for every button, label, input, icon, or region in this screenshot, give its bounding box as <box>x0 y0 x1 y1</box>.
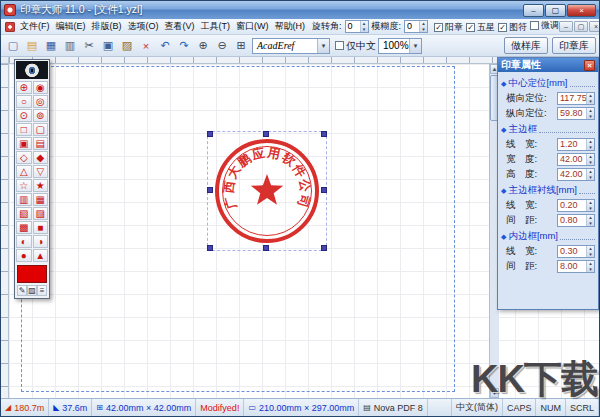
properties-panel-titlebar[interactable]: 印章属性 × <box>498 58 598 72</box>
delete-icon[interactable]: × <box>137 37 155 55</box>
selection-handle-middle-right[interactable] <box>321 187 327 193</box>
double-circle-tool[interactable]: ◎ <box>33 95 49 108</box>
menu-item[interactable]: 查看(V) <box>162 19 198 34</box>
menu-item[interactable]: 编辑(E) <box>53 19 89 34</box>
checkbox-box[interactable]: ✓ <box>434 23 443 32</box>
new-file-icon[interactable]: ▢ <box>4 37 22 55</box>
blur-input[interactable]: 0 ▴ ▾ <box>404 20 428 33</box>
spinner-down-button[interactable]: ▾ <box>587 252 594 258</box>
current-color-swatch[interactable] <box>17 265 47 283</box>
menu-item[interactable]: 工具(T) <box>198 19 234 34</box>
maximize-button[interactable]: ▢ <box>545 4 566 17</box>
mdi-restore-button[interactable]: ▢ <box>574 21 588 32</box>
inverted-triangle-tool[interactable]: ▽ <box>33 165 49 178</box>
value-spinner[interactable]: ▴▾ <box>586 200 594 211</box>
hlines-tool[interactable]: ▥ <box>16 193 32 206</box>
menu-item[interactable]: 选项(O) <box>125 19 162 34</box>
chevron-down-icon[interactable]: ▾ <box>409 39 421 53</box>
back-hatch-tool[interactable]: ▨ <box>33 207 49 220</box>
title-bar[interactable]: 印章大师 11.0 - [文件1.yzl] – ▢ × <box>1 1 599 19</box>
checkbox-box[interactable] <box>335 41 344 50</box>
option-checkbox[interactable]: ✓阳章 <box>434 21 463 34</box>
minimize-button[interactable]: – <box>523 4 544 17</box>
property-value-field[interactable]: 0.80▴▾ <box>557 214 595 227</box>
hatch-tool[interactable]: ▧ <box>16 207 32 220</box>
lined-square-tool[interactable]: ▤ <box>33 137 49 150</box>
spinner-down-button[interactable]: ▾ <box>420 27 427 33</box>
selection-handle-bottom-left[interactable] <box>207 245 213 251</box>
property-value-field[interactable]: 0.30▴▾ <box>557 245 595 258</box>
paste-icon[interactable]: ▨ <box>118 37 136 55</box>
selection-handle-bottom-right[interactable] <box>321 245 327 251</box>
selection-handle-middle-left[interactable] <box>207 187 213 193</box>
ring-tool[interactable]: ⊚ <box>33 109 49 122</box>
save-icon[interactable]: ▦ <box>42 37 60 55</box>
property-value-field[interactable]: 59.80▴▾ <box>557 107 595 120</box>
value-spinner[interactable]: ▴▾ <box>586 139 594 150</box>
diamond-tool[interactable]: ◇ <box>16 151 32 164</box>
spinner-down-button[interactable]: ▾ <box>361 27 368 33</box>
property-value-field[interactable]: 0.20▴▾ <box>557 199 595 212</box>
grid-fill-tool[interactable]: ▦ <box>33 193 49 206</box>
font-selector[interactable]: AcadEref ▾ <box>252 38 330 54</box>
close-button[interactable]: × <box>567 4 596 17</box>
selection-handle-top-left[interactable] <box>207 131 213 137</box>
spinner-down-button[interactable]: ▾ <box>587 160 594 166</box>
spinner-down-button[interactable]: ▾ <box>587 99 594 105</box>
sample-library-button[interactable]: 做样库 <box>504 37 548 54</box>
option-checkbox[interactable]: ✓五星 <box>466 21 495 34</box>
fill-pattern-icon[interactable]: ▨ <box>27 285 37 296</box>
round-seal-tool[interactable]: ◉ <box>33 81 49 94</box>
triangle-tool[interactable]: △ <box>16 165 32 178</box>
open-folder-icon[interactable]: ▤ <box>23 37 41 55</box>
value-spinner[interactable]: ▴▾ <box>586 108 594 119</box>
mdi-close-button[interactable]: × <box>589 21 599 32</box>
spinner-down-button[interactable]: ▾ <box>587 221 594 227</box>
spinner-down-button[interactable]: ▾ <box>587 114 594 120</box>
property-value-field[interactable]: 42.00▴▾ <box>557 168 595 181</box>
menu-item[interactable]: 窗口(W) <box>233 19 272 34</box>
selection-handle-bottom-center[interactable] <box>263 245 269 251</box>
star-tool[interactable]: ★ <box>33 179 49 192</box>
mdi-minimize-button[interactable]: – <box>559 21 573 32</box>
checkbox-box[interactable] <box>530 21 539 30</box>
solid-diamond-tool[interactable]: ◆ <box>33 151 49 164</box>
crosshatch-tool[interactable]: ▩ <box>16 221 32 234</box>
close-icon[interactable]: × <box>584 60 595 71</box>
option-checkbox[interactable]: 微调 <box>530 19 559 32</box>
property-value-field[interactable]: 8.00▴▾ <box>557 260 595 273</box>
cut-icon[interactable]: ✂ <box>80 37 98 55</box>
spinner-down-button[interactable]: ▾ <box>587 206 594 212</box>
options-icon[interactable]: ≡ <box>37 285 47 296</box>
redo-icon[interactable]: ↷ <box>175 37 193 55</box>
seal-library-button[interactable]: 印章库 <box>552 37 596 54</box>
menu-item[interactable]: 帮助(H) <box>272 19 309 34</box>
chevron-down-icon[interactable]: ▾ <box>317 39 329 53</box>
checkbox-box[interactable]: ✓ <box>498 23 507 32</box>
menu-item[interactable]: 文件(F) <box>17 19 53 34</box>
value-spinner[interactable]: ▴▾ <box>586 215 594 226</box>
crosshair-tool[interactable]: ⊕ <box>16 81 32 94</box>
half-circle-right-tool[interactable]: ◑ <box>33 235 49 248</box>
blur-spinner[interactable]: ▴ ▾ <box>419 21 427 32</box>
square-tool[interactable]: □ <box>16 123 32 136</box>
property-value-field[interactable]: 1.20▴▾ <box>557 138 595 151</box>
circle-tool[interactable]: ○ <box>16 95 32 108</box>
checkbox-box[interactable]: ✓ <box>466 23 475 32</box>
value-spinner[interactable]: ▴▾ <box>586 169 594 180</box>
selection-handle-top-center[interactable] <box>263 131 269 137</box>
menu-item[interactable]: 排版(B) <box>89 19 125 34</box>
zoom-in-icon[interactable]: ⊕ <box>194 37 212 55</box>
value-spinner[interactable]: ▴▾ <box>586 154 594 165</box>
rotate-angle-input[interactable]: 0 ▴ ▾ <box>345 20 369 33</box>
property-value-field[interactable]: 42.00▴▾ <box>557 153 595 166</box>
solid-circle-tool[interactable]: ● <box>16 249 32 262</box>
dot-circle-tool[interactable]: ⊙ <box>16 109 32 122</box>
zoom-out-icon[interactable]: ⊖ <box>213 37 231 55</box>
grid-icon[interactable]: ⊞ <box>232 37 250 55</box>
half-circle-left-tool[interactable]: ◐ <box>16 235 32 248</box>
rounded-square-tool[interactable]: ▢ <box>33 123 49 136</box>
rotate-angle-spinner[interactable]: ▴ ▾ <box>360 21 368 32</box>
filled-square-tool[interactable]: ▣ <box>16 137 32 150</box>
spinner-down-button[interactable]: ▾ <box>587 175 594 181</box>
